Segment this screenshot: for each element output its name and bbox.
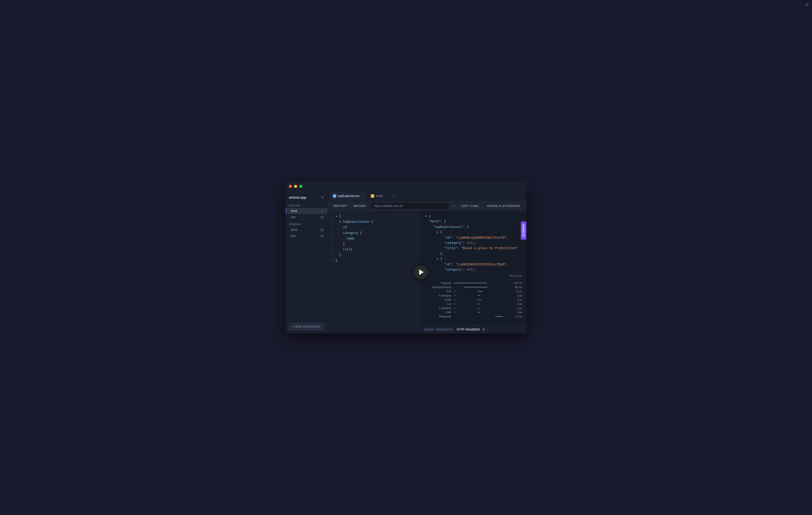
trace-row-1-category: 1.category 2 μs xyxy=(425,307,522,310)
result-panel: ▾ { "data": { "topExperiences": [ ▾ { "i… xyxy=(421,211,526,334)
sidebar-header: airbnb-app ⚙ xyxy=(286,193,327,201)
trace-row-0-category: 0.category 4 μs xyxy=(425,294,522,297)
trace-time-0-title: 6 μs xyxy=(517,298,522,301)
sidebar-item-gateway-prod[interactable]: prod 2 xyxy=(286,208,327,214)
result-line-2: "data": { xyxy=(425,219,522,224)
result-line-9: ▾ { xyxy=(425,256,522,261)
sidebar-badge-database-dev: 4 xyxy=(320,234,324,238)
trace-time-0-category: 4 μs xyxy=(517,294,522,297)
copy-curl-button[interactable]: COPY CURL xyxy=(458,203,482,209)
trace-bar-0-id xyxy=(453,291,514,292)
result-output: ▾ { "data": { "topExperiences": [ ▾ { "i… xyxy=(421,211,526,273)
trace-dot-0-title xyxy=(455,299,456,300)
result-line-10: "id": "cja8e32k81n5201515yyc35p9", xyxy=(425,262,522,267)
trace-label-0-id: 0.id xyxy=(425,290,451,293)
result-line-1: ▾ { xyxy=(425,213,522,219)
sidebar-section-gateway: gateway xyxy=(286,201,327,208)
tab-query-variables[interactable]: QUERY VARIABLES xyxy=(424,328,453,331)
result-line-7: "title": "Raise a glass to Prohibition" xyxy=(425,246,522,251)
result-line-11: "category": null, xyxy=(425,267,522,272)
sidebar-item-database-dev[interactable]: dev 4 xyxy=(286,233,327,239)
prettify-button[interactable]: PRETTIFY xyxy=(331,203,350,208)
app-name-label: airbnb-app xyxy=(289,196,306,199)
tracing-header: TRACING xyxy=(421,273,526,279)
maximize-button[interactable] xyxy=(299,185,302,188)
trace-bar-1-id xyxy=(453,304,515,304)
line-1: 1 ▾ { xyxy=(327,213,421,219)
trace-row-topexperiences: topExperiences 90 ms xyxy=(425,286,522,289)
trace-bar-fill-0-category xyxy=(477,295,480,296)
tracing-label: TRACING xyxy=(508,275,522,277)
trace-bar-fill-topexperiences xyxy=(464,287,487,288)
sidebar-item-label: prod xyxy=(291,209,297,213)
trace-bar-fill-0-title xyxy=(477,299,481,300)
http-headers-badge: 1 xyxy=(482,328,486,331)
gear-icon[interactable]: ⚙ xyxy=(321,195,324,199)
tab-http-headers[interactable]: HTTP HEADERS 1 xyxy=(457,328,486,331)
history-button[interactable]: HISTORY xyxy=(351,203,369,208)
tab-icon-q: Q xyxy=(333,194,337,198)
trace-dot-0-id xyxy=(455,291,456,292)
trace-bar-topexperiences xyxy=(453,287,513,288)
trace-dot-0-category xyxy=(455,295,456,296)
share-playground-button[interactable]: SHARE PLAYGROUND xyxy=(484,203,523,209)
trace-dot-1-title xyxy=(455,312,456,313)
toolbar-right: ↺ COPY CURL SHARE PLAYGROUND xyxy=(451,203,523,209)
trace-bar-response xyxy=(453,316,513,317)
trace-row-response: Response 12 ms xyxy=(425,315,522,318)
tab-top-experiences[interactable]: Q topExperiences × xyxy=(329,192,367,200)
url-input[interactable] xyxy=(371,203,448,209)
refresh-icon[interactable]: ↺ xyxy=(451,203,456,209)
trace-time-request: 210 ms xyxy=(514,282,522,284)
toolbar: PRETTIFY HISTORY ↺ COPY CURL SHARE PLAYG… xyxy=(327,201,526,211)
trace-time-topexperiences: 90 ms xyxy=(515,286,522,289)
line-5: 5 name xyxy=(327,236,421,241)
sidebar-badge-gateway-dev: 1 xyxy=(320,216,324,219)
query-editor[interactable]: 1 ▾ { 2 ▾ topExperiences { 3 id 4 catego xyxy=(327,211,421,334)
trace-bar-fill-1-category xyxy=(477,308,480,309)
trace-bar-fill-1-title xyxy=(477,312,480,313)
trace-row-0-title: 0.title 6 μs xyxy=(425,298,522,301)
tab-book[interactable]: M book × xyxy=(368,192,390,200)
schema-tab[interactable]: SCHEMA xyxy=(521,221,526,239)
trace-time-0-id: 21 μs xyxy=(516,290,522,293)
trace-bar-fill-0-id xyxy=(477,291,483,292)
minimize-button[interactable] xyxy=(294,185,297,188)
tracing-panel: TRACING Request 210 ms xyxy=(421,273,526,325)
new-workspace-button[interactable]: + NEW WORKSPACE xyxy=(289,323,324,330)
sidebar-item-database-prod[interactable]: prod 2 xyxy=(286,227,327,233)
result-line-6: "category": null, xyxy=(425,240,522,246)
tab-close-top-experiences[interactable]: × xyxy=(361,195,364,198)
sidebar-footer: + NEW WORKSPACE xyxy=(286,320,327,334)
sidebar-item-label: dev xyxy=(291,234,296,238)
trace-label-1-category: 1.category xyxy=(425,307,451,310)
trace-time-1-id: 4 μs xyxy=(517,303,522,305)
add-tab-button[interactable]: + xyxy=(391,192,397,200)
line-6: 6 } xyxy=(327,241,421,247)
trace-bar-fill-request xyxy=(453,283,487,283)
sidebar-item-label: prod xyxy=(291,228,297,232)
trace-row-0-id: 0.id 21 μs xyxy=(425,290,522,293)
sidebar-badge-database-prod: 2 xyxy=(320,228,324,232)
sidebar-item-gateway-dev[interactable]: dev 1 xyxy=(286,214,327,220)
title-bar xyxy=(286,181,526,191)
trace-bar-request xyxy=(453,283,512,283)
run-button[interactable] xyxy=(414,265,428,279)
line-2: 2 ▾ topExperiences { xyxy=(327,219,421,225)
main-content: Q topExperiences × M book × + ⚙ PRETTIFY… xyxy=(327,191,526,334)
sidebar-item-label: dev xyxy=(291,216,296,219)
tracing-content: Request 210 ms topExperiences xyxy=(421,279,526,325)
trace-bar-0-category xyxy=(453,295,515,296)
trace-row-1-title: 1.title 3 μs xyxy=(425,311,522,314)
close-button[interactable] xyxy=(289,185,292,188)
trace-label-0-title: 0.title xyxy=(425,298,451,301)
trace-time-1-title: 3 μs xyxy=(517,311,522,314)
editor-area: 1 ▾ { 2 ▾ topExperiences { 3 id 4 catego xyxy=(327,211,526,334)
tab-close-book[interactable]: × xyxy=(384,195,387,198)
trace-time-1-category: 2 μs xyxy=(517,307,522,310)
trace-label-topexperiences: topExperiences xyxy=(425,286,451,289)
line-7: 7 title xyxy=(327,247,421,252)
line-9: 9 } xyxy=(327,258,421,263)
trace-bar-1-title xyxy=(453,312,515,313)
result-line-3: "topExperiences": [ xyxy=(425,224,522,229)
